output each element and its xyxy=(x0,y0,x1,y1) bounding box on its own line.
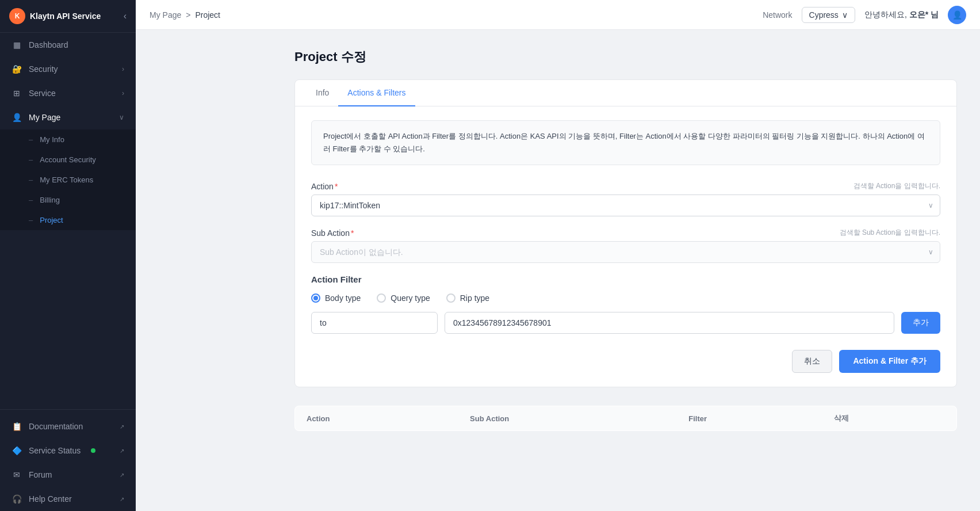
radio-body-type[interactable]: Body type xyxy=(311,293,361,303)
network-label: Network xyxy=(763,10,792,20)
action-filter-title: Action Filter xyxy=(311,274,940,284)
sidebar-item-mypage[interactable]: 👤 My Page ∨ xyxy=(0,105,136,129)
breadcrumb-current: Project xyxy=(195,10,220,20)
breadcrumb: My Page > Project xyxy=(150,10,220,20)
sidebar-item-help-center[interactable]: 🎧 Help Center ↗ xyxy=(0,487,136,511)
description-text: Project에서 호출할 API Action과 Filter를 정의합니다.… xyxy=(323,132,925,153)
radio-circle-query-type xyxy=(377,293,386,303)
logo-area: K Klaytn API Service ‹ xyxy=(0,0,136,33)
action-select[interactable]: kip17::MintToken xyxy=(311,195,940,216)
required-mark: * xyxy=(351,228,354,238)
required-mark: * xyxy=(335,182,338,191)
action-field-row: Action* 검색할 Action을 입력합니다. kip17::MintTo… xyxy=(311,181,940,216)
external-link-icon: ↗ xyxy=(120,424,124,430)
main-content: Project 수정 Info Actions & Filters Projec… xyxy=(271,30,980,511)
table-section: Action Sub Action Filter 삭제 xyxy=(294,406,957,431)
network-selector[interactable]: Cypress ∨ xyxy=(802,7,855,23)
external-link-icon: ↗ xyxy=(120,448,124,454)
chevron-right-icon: › xyxy=(122,65,124,73)
sidebar-item-account-security[interactable]: Account Security xyxy=(0,150,136,170)
description-box: Project에서 호출할 API Action과 Filter를 정의합니다.… xyxy=(311,120,940,165)
sidebar-item-security[interactable]: 🔐 Security › xyxy=(0,57,136,81)
radio-label-body-type: Body type xyxy=(325,293,361,303)
documentation-icon: 📋 xyxy=(12,421,22,432)
filter-key-input[interactable] xyxy=(311,312,438,334)
logo-icon: K xyxy=(9,8,25,24)
submit-button[interactable]: Action & Filter 추가 xyxy=(839,350,940,373)
sidebar-item-dashboard[interactable]: ▦ Dashboard xyxy=(0,33,136,57)
sidebar-item-label: Dashboard xyxy=(29,40,68,49)
mypage-submenu: My Info Account Security My ERC Tokens B… xyxy=(0,129,136,230)
page-title: Project 수정 xyxy=(294,48,957,66)
chevron-right-icon: › xyxy=(122,89,124,97)
external-link-icon: ↗ xyxy=(120,472,124,478)
sidebar-item-label: My Page xyxy=(29,113,60,122)
cancel-button[interactable]: 취소 xyxy=(792,350,832,373)
sub-action-field-row: Sub Action* 검색할 Sub Action을 입력합니다. Sub A… xyxy=(311,228,940,263)
filter-value-input[interactable] xyxy=(445,312,894,334)
tab-actions-filters[interactable]: Actions & Filters xyxy=(338,80,415,106)
sub-action-select-wrapper: Sub Action이 없습니다. ∨ xyxy=(311,241,940,263)
radio-group: Body type Query type Rip type xyxy=(311,293,940,303)
breadcrumb-separator: > xyxy=(186,10,190,20)
chevron-down-icon: ∨ xyxy=(119,113,124,121)
breadcrumb-parent[interactable]: My Page xyxy=(150,10,181,20)
card-body: Project에서 호출할 API Action과 Filter를 정의합니다.… xyxy=(295,106,956,387)
project-card: Info Actions & Filters Project에서 호출할 API… xyxy=(294,79,957,387)
action-filter-section: Action Filter Body type Query type Rip t… xyxy=(311,274,940,334)
greeting: 안녕하세요, 오은* 님 xyxy=(864,10,939,20)
service-icon: ⊞ xyxy=(12,88,22,98)
action-label: Action* xyxy=(311,182,338,191)
add-filter-button[interactable]: 추가 xyxy=(901,312,940,334)
topbar: My Page > Project Network Cypress ∨ 안녕하세… xyxy=(136,0,980,30)
service-status-icon: 🔷 xyxy=(12,445,22,456)
sidebar-item-forum[interactable]: ✉ Forum ↗ xyxy=(0,463,136,487)
sidebar-item-project[interactable]: Project xyxy=(0,210,136,230)
sidebar-item-myinfo[interactable]: My Info xyxy=(0,129,136,150)
sidebar-item-erc-tokens[interactable]: My ERC Tokens xyxy=(0,170,136,190)
filter-input-row: 추가 xyxy=(311,312,940,334)
tab-bar: Info Actions & Filters xyxy=(295,80,956,106)
radio-rip-type[interactable]: Rip type xyxy=(446,293,489,303)
col-filter: Filter xyxy=(677,406,822,431)
sub-action-label: Sub Action* xyxy=(311,228,354,238)
col-action: Action xyxy=(295,406,459,431)
radio-query-type[interactable]: Query type xyxy=(377,293,430,303)
tab-info[interactable]: Info xyxy=(307,80,338,106)
forum-icon: ✉ xyxy=(12,470,22,480)
sidebar-item-service[interactable]: ⊞ Service › xyxy=(0,81,136,105)
help-center-icon: 🎧 xyxy=(12,494,22,504)
sidebar-item-service-status[interactable]: 🔷 Service Status ↗ xyxy=(0,438,136,463)
sidebar-item-billing[interactable]: Billing xyxy=(0,190,136,210)
actions-filters-table: Action Sub Action Filter 삭제 xyxy=(294,406,957,431)
radio-label-rip-type: Rip type xyxy=(460,293,489,303)
col-delete: 삭제 xyxy=(822,406,957,431)
sidebar-item-label: Service xyxy=(29,89,56,98)
external-link-icon: ↗ xyxy=(120,496,124,502)
col-sub-action: Sub Action xyxy=(458,406,677,431)
network-value: Cypress xyxy=(809,10,839,20)
sidebar-item-documentation[interactable]: 📋 Documentation ↗ xyxy=(0,414,136,438)
radio-circle-rip-type xyxy=(446,293,455,303)
app-name: Klaytn API Service xyxy=(30,12,101,21)
action-hint: 검색할 Action을 입력합니다. xyxy=(853,181,940,191)
radio-label-query-type: Query type xyxy=(391,293,430,303)
action-buttons: 취소 Action & Filter 추가 xyxy=(311,350,940,373)
sidebar-item-label: Security xyxy=(29,64,58,74)
sidebar-collapse-button[interactable]: ‹ xyxy=(124,11,127,21)
status-dot xyxy=(91,448,95,453)
dashboard-icon: ▦ xyxy=(12,40,22,50)
avatar[interactable]: 👤 xyxy=(948,6,966,24)
chevron-down-icon: ∨ xyxy=(842,10,848,20)
mypage-icon: 👤 xyxy=(12,112,22,123)
radio-circle-body-type xyxy=(311,293,320,303)
security-icon: 🔐 xyxy=(12,64,22,74)
sub-action-hint: 검색할 Sub Action을 입력합니다. xyxy=(840,228,940,238)
sidebar: K Klaytn API Service ‹ ▦ Dashboard 🔐 Sec… xyxy=(0,0,136,511)
action-select-wrapper: kip17::MintToken ∨ xyxy=(311,195,940,216)
sub-action-select[interactable]: Sub Action이 없습니다. xyxy=(311,241,940,263)
